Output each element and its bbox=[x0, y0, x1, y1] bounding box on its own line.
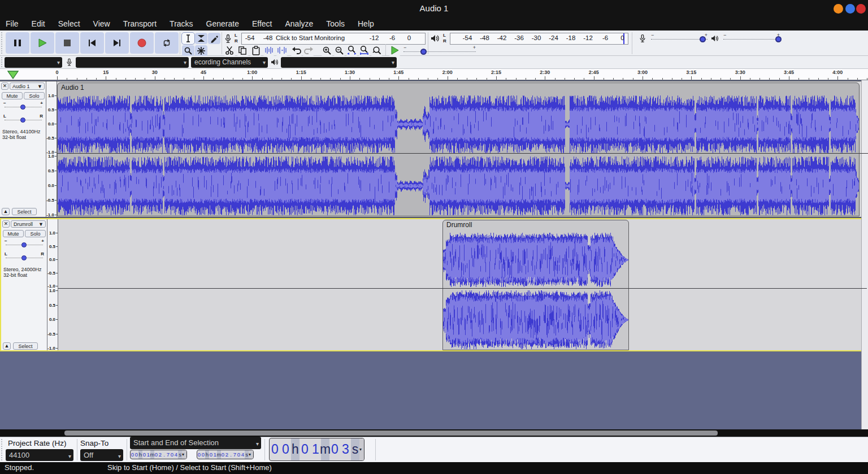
time-field-arrow[interactable]: ▾ bbox=[359, 438, 364, 460]
time-digit[interactable]: 2 bbox=[158, 450, 162, 459]
time-digit[interactable]: 0 bbox=[270, 438, 280, 460]
menu-transport[interactable]: Transport bbox=[123, 19, 157, 28]
track1-select-button[interactable]: Select bbox=[12, 208, 37, 215]
paste-button[interactable] bbox=[250, 45, 262, 56]
play-speed-thumb[interactable] bbox=[420, 49, 427, 55]
window-close-button[interactable] bbox=[856, 4, 866, 14]
stop-button[interactable] bbox=[55, 32, 79, 54]
track2-waveform[interactable] bbox=[443, 231, 628, 350]
recording-volume-thumb[interactable] bbox=[700, 36, 706, 42]
time-digit[interactable]: 0 bbox=[170, 450, 174, 459]
selection-start-field[interactable]: 00h01m02.704s▾ bbox=[130, 450, 187, 459]
pause-button[interactable] bbox=[6, 32, 29, 54]
selection-tool-button[interactable] bbox=[182, 33, 194, 44]
time-digit[interactable]: 0 bbox=[221, 450, 225, 459]
playback-device-dropdown[interactable]: ▾ bbox=[281, 57, 397, 68]
draw-tool-button[interactable] bbox=[208, 33, 220, 44]
skip-to-end-button[interactable] bbox=[105, 32, 129, 54]
track2-name-dropdown[interactable]: Drumroll▼ bbox=[11, 220, 46, 228]
time-digit[interactable]: 0 bbox=[209, 450, 213, 459]
time-digit[interactable]: . bbox=[162, 450, 166, 459]
time-digit[interactable]: 0 bbox=[134, 450, 138, 459]
silence-audio-button[interactable] bbox=[276, 45, 288, 56]
time-digit[interactable]: 0 bbox=[131, 450, 134, 459]
transport-toolbar-grip[interactable] bbox=[1, 32, 3, 54]
time-digit[interactable]: 0 bbox=[280, 438, 291, 460]
playback-volume-thumb[interactable] bbox=[775, 36, 782, 42]
menu-effect[interactable]: Effect bbox=[252, 19, 272, 28]
time-unit[interactable]: m bbox=[321, 438, 329, 460]
track2-pan-slider[interactable]: LR bbox=[5, 253, 44, 261]
track1-gain-slider[interactable]: −+ bbox=[3, 102, 43, 110]
recording-device-dropdown[interactable]: ▾ bbox=[76, 57, 189, 68]
time-field-arrow[interactable]: ▾ bbox=[182, 450, 186, 459]
loop-button[interactable] bbox=[155, 32, 179, 54]
snap-to-dropdown[interactable]: Off▾ bbox=[80, 449, 123, 461]
play-at-speed-button[interactable] bbox=[389, 45, 401, 56]
redo-button[interactable] bbox=[302, 45, 314, 56]
copy-button[interactable] bbox=[237, 45, 249, 56]
track2-mute-button[interactable]: Mute bbox=[3, 230, 24, 237]
horizontal-scrollbar-thumb[interactable] bbox=[64, 430, 718, 436]
playback-volume-slider[interactable]: −+ bbox=[723, 33, 780, 42]
time-digit[interactable]: 0 bbox=[154, 450, 158, 459]
multi-tool-button[interactable] bbox=[195, 45, 207, 56]
time-unit[interactable]: s bbox=[178, 450, 182, 459]
track2-vertical-ruler[interactable]: 1.00.50.0-0.5-1.01.00.50.0-0.5-1.0 bbox=[47, 219, 58, 350]
record-meter[interactable]: -54-48Click to Start Monitoring-12-60 bbox=[241, 33, 426, 45]
play-button[interactable] bbox=[31, 32, 54, 54]
trim-audio-button[interactable] bbox=[263, 45, 275, 56]
zoom-fit-project-button[interactable] bbox=[358, 45, 370, 56]
time-digit[interactable]: . bbox=[229, 450, 233, 459]
time-digit[interactable]: 3 bbox=[340, 438, 351, 460]
pinned-playhead-toggle[interactable] bbox=[7, 71, 19, 79]
time-unit[interactable]: s bbox=[351, 438, 359, 460]
playback-meter[interactable]: -54-48-42-36-30-24-18-12-60 bbox=[450, 33, 628, 45]
track1-clip[interactable]: Audio 1 bbox=[57, 82, 860, 216]
cut-button[interactable] bbox=[224, 45, 236, 56]
zoom-selection-button[interactable] bbox=[346, 45, 358, 56]
envelope-tool-button[interactable] bbox=[195, 33, 207, 44]
audio-host-dropdown[interactable]: ▾ bbox=[5, 57, 62, 68]
time-unit[interactable]: m bbox=[150, 450, 154, 459]
time-digit[interactable]: 0 bbox=[329, 438, 340, 460]
track2-gain-slider[interactable]: −+ bbox=[5, 240, 44, 248]
track2-close-button[interactable]: ✕ bbox=[2, 220, 10, 228]
menu-tools[interactable]: Tools bbox=[326, 19, 345, 28]
horizontal-scrollbar[interactable] bbox=[0, 429, 868, 437]
time-unit[interactable]: s bbox=[245, 450, 249, 459]
window-maximize-button[interactable] bbox=[845, 4, 855, 14]
track1-close-button[interactable]: ✕ bbox=[1, 82, 8, 90]
time-digit[interactable]: 4 bbox=[241, 450, 245, 459]
track2-solo-button[interactable]: Solo bbox=[25, 230, 46, 237]
record-button[interactable] bbox=[130, 32, 154, 54]
time-digit[interactable]: 7 bbox=[166, 450, 170, 459]
zoom-toggle-button[interactable] bbox=[371, 45, 383, 56]
time-digit[interactable]: 0 bbox=[142, 450, 146, 459]
zoom-tool-button[interactable] bbox=[182, 45, 194, 56]
play-speed-slider[interactable]: −+ bbox=[403, 46, 476, 55]
selection-end-field[interactable]: 00h01m02.704s▾ bbox=[197, 450, 254, 459]
track2-collapse-button[interactable]: ▲ bbox=[3, 342, 11, 350]
menu-view[interactable]: View bbox=[93, 19, 110, 28]
time-unit[interactable]: h bbox=[138, 450, 142, 459]
time-unit[interactable]: h bbox=[291, 438, 300, 460]
vertical-scrollbar[interactable] bbox=[861, 80, 868, 429]
menu-file[interactable]: File bbox=[6, 19, 19, 28]
track1-pan-slider[interactable]: LR bbox=[3, 115, 43, 123]
recording-channels-dropdown[interactable]: ecording Channels▾ bbox=[191, 57, 268, 68]
time-unit[interactable]: m bbox=[217, 450, 221, 459]
time-unit[interactable]: h bbox=[205, 450, 209, 459]
time-digit[interactable]: 4 bbox=[174, 450, 178, 459]
track1-collapse-button[interactable]: ▲ bbox=[2, 208, 10, 215]
time-digit[interactable]: 7 bbox=[233, 450, 237, 459]
audio-position-field[interactable]: 00h01m03s▾ bbox=[269, 438, 364, 461]
time-digit[interactable]: 2 bbox=[225, 450, 229, 459]
project-rate-dropdown[interactable]: 44100▾ bbox=[6, 449, 73, 461]
track1-mute-button[interactable]: Mute bbox=[2, 92, 23, 99]
skip-to-start-button[interactable] bbox=[80, 32, 104, 54]
track2-select-button[interactable]: Select bbox=[13, 342, 38, 350]
zoom-in-button[interactable] bbox=[321, 45, 333, 56]
menu-analyze[interactable]: Analyze bbox=[285, 19, 314, 28]
track1-waveform[interactable] bbox=[58, 94, 860, 216]
